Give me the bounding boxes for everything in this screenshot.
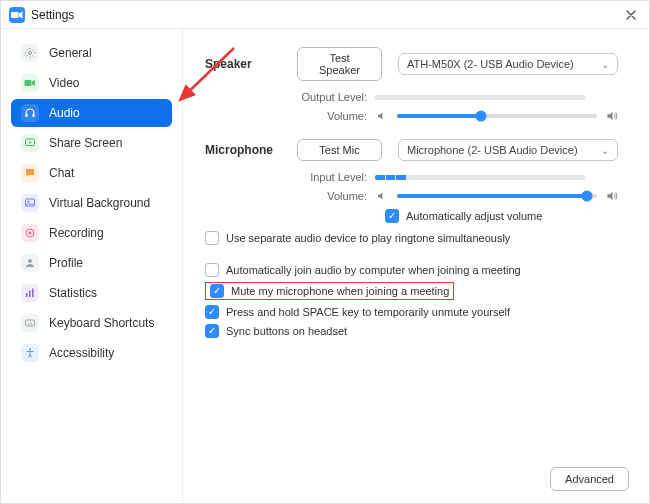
svg-rect-2	[25, 80, 32, 86]
sidebar-item-label: Audio	[49, 106, 80, 120]
speaker-volume-slider[interactable]	[397, 114, 597, 118]
speaker-output-meter	[375, 95, 585, 100]
auto-join-audio-checkbox[interactable]	[205, 263, 219, 277]
mute-on-join-highlight: Mute my microphone when joining a meetin…	[205, 282, 454, 300]
svg-point-9	[29, 232, 32, 235]
close-button[interactable]	[621, 5, 641, 25]
recording-icon	[21, 224, 39, 242]
mute-on-join-checkbox[interactable]	[210, 284, 224, 298]
statistics-icon	[21, 284, 39, 302]
audio-settings-panel: Speaker Test Speaker ATH-M50X (2- USB Au…	[183, 29, 649, 503]
sidebar-item-label: General	[49, 46, 92, 60]
output-level-label: Output Level:	[297, 91, 367, 103]
headphones-icon	[21, 104, 39, 122]
auto-adjust-volume-label: Automatically adjust volume	[406, 210, 542, 222]
svg-rect-11	[26, 293, 28, 297]
test-speaker-button[interactable]: Test Speaker	[297, 47, 382, 81]
svg-rect-4	[33, 114, 35, 118]
svg-rect-12	[29, 291, 31, 298]
separate-ringtone-label: Use separate audio device to play ringto…	[226, 232, 510, 244]
microphone-volume-slider[interactable]	[397, 194, 597, 198]
auto-adjust-volume-checkbox[interactable]	[385, 209, 399, 223]
svg-point-10	[28, 259, 32, 263]
space-unmute-label: Press and hold SPACE key to temporarily …	[226, 306, 510, 318]
sidebar-item-accessibility[interactable]: Accessibility	[11, 339, 172, 367]
chevron-down-icon: ⌄	[601, 59, 609, 70]
share-screen-icon	[21, 134, 39, 152]
sidebar-item-audio[interactable]: Audio	[11, 99, 172, 127]
gear-icon	[21, 44, 39, 62]
settings-sidebar: General Video Audio Share Screen Chat Vi…	[1, 29, 183, 503]
sidebar-item-chat[interactable]: Chat	[11, 159, 172, 187]
accessibility-icon	[21, 344, 39, 362]
profile-icon	[21, 254, 39, 272]
volume-low-icon	[375, 109, 389, 123]
svg-rect-14	[26, 320, 35, 326]
space-unmute-checkbox[interactable]	[205, 305, 219, 319]
window-title: Settings	[31, 8, 74, 22]
svg-point-15	[29, 349, 31, 351]
sidebar-item-label: Accessibility	[49, 346, 114, 360]
speaker-device-label: ATH-M50X (2- USB Audio Device)	[407, 58, 574, 70]
sidebar-item-keyboard-shortcuts[interactable]: Keyboard Shortcuts	[11, 309, 172, 337]
sidebar-item-label: Share Screen	[49, 136, 122, 150]
sidebar-item-profile[interactable]: Profile	[11, 249, 172, 277]
sidebar-item-share-screen[interactable]: Share Screen	[11, 129, 172, 157]
sidebar-item-recording[interactable]: Recording	[11, 219, 172, 247]
input-level-label: Input Level:	[297, 171, 367, 183]
sidebar-item-video[interactable]: Video	[11, 69, 172, 97]
svg-point-1	[29, 52, 32, 55]
sidebar-item-label: Recording	[49, 226, 104, 240]
video-icon	[21, 74, 39, 92]
sidebar-item-label: Statistics	[49, 286, 97, 300]
speaker-heading: Speaker	[205, 57, 281, 71]
test-mic-button[interactable]: Test Mic	[297, 139, 382, 161]
svg-rect-3	[26, 114, 28, 118]
microphone-device-label: Microphone (2- USB Audio Device)	[407, 144, 578, 156]
microphone-heading: Microphone	[205, 143, 281, 157]
titlebar: Settings	[1, 1, 649, 29]
microphone-input-meter	[375, 175, 585, 180]
close-icon	[626, 10, 636, 20]
chevron-down-icon: ⌄	[601, 145, 609, 156]
mute-on-join-label: Mute my microphone when joining a meetin…	[231, 285, 449, 297]
sidebar-item-label: Video	[49, 76, 79, 90]
sidebar-item-statistics[interactable]: Statistics	[11, 279, 172, 307]
auto-join-audio-label: Automatically join audio by computer whe…	[226, 264, 521, 276]
speaker-device-select[interactable]: ATH-M50X (2- USB Audio Device) ⌄	[398, 53, 618, 75]
sidebar-item-label: Keyboard Shortcuts	[49, 316, 154, 330]
separate-ringtone-checkbox[interactable]	[205, 231, 219, 245]
sync-headset-label: Sync buttons on headset	[226, 325, 347, 337]
sidebar-item-label: Virtual Background	[49, 196, 150, 210]
microphone-device-select[interactable]: Microphone (2- USB Audio Device) ⌄	[398, 139, 618, 161]
svg-rect-13	[32, 289, 34, 298]
speaker-volume-label: Volume:	[297, 110, 367, 122]
svg-rect-0	[11, 12, 19, 18]
sidebar-item-label: Profile	[49, 256, 83, 270]
sync-headset-checkbox[interactable]	[205, 324, 219, 338]
advanced-button[interactable]: Advanced	[550, 467, 629, 491]
sidebar-item-virtual-background[interactable]: Virtual Background	[11, 189, 172, 217]
sidebar-item-general[interactable]: General	[11, 39, 172, 67]
virtual-bg-icon	[21, 194, 39, 212]
zoom-app-icon	[9, 7, 25, 23]
microphone-volume-label: Volume:	[297, 190, 367, 202]
volume-high-icon	[605, 109, 619, 123]
chat-icon	[21, 164, 39, 182]
sidebar-item-label: Chat	[49, 166, 74, 180]
keyboard-icon	[21, 314, 39, 332]
volume-high-icon	[605, 189, 619, 203]
svg-point-7	[28, 201, 30, 203]
volume-low-icon	[375, 189, 389, 203]
